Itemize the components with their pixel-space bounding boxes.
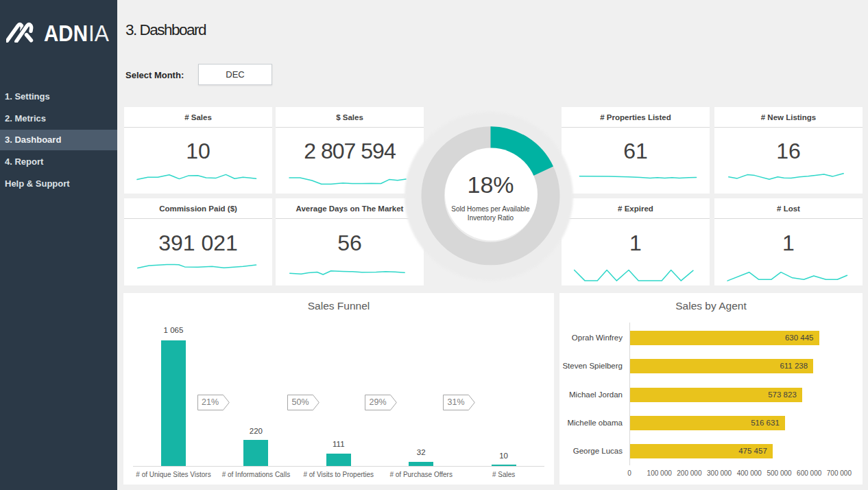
svg-text:Inventory Ratio: Inventory Ratio	[468, 214, 514, 222]
svg-text:Sold Homes per Available: Sold Homes per Available	[451, 205, 530, 213]
svg-text:18%: 18%	[467, 172, 514, 198]
